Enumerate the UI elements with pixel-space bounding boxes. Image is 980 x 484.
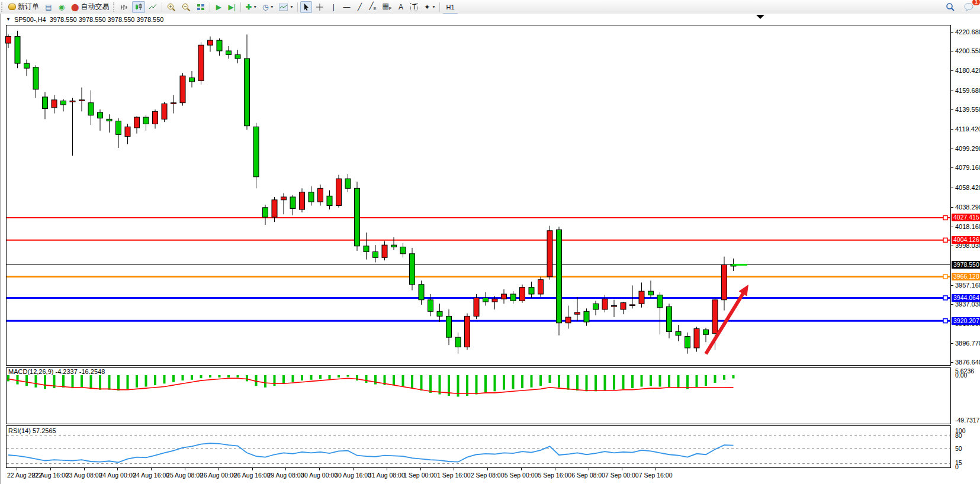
- price-tick-label: 4038.290: [955, 204, 980, 211]
- price-tick-mark: [951, 167, 953, 168]
- time-axis-label: 29 Aug 08:00: [267, 472, 304, 479]
- time-tick-mark: [84, 468, 85, 470]
- channel-tool-button[interactable]: ╱E: [367, 1, 378, 13]
- price-tick-mark: [951, 227, 953, 227]
- trendline-icon: ╱: [358, 4, 362, 11]
- tile-windows-icon: [197, 4, 205, 11]
- chat-bubble-icon: [964, 3, 973, 11]
- price-tick-mark: [951, 304, 953, 305]
- price-tick-label: 4099.290: [955, 145, 980, 152]
- time-axis-label: 2 Sep 08:00: [471, 472, 505, 479]
- rsi-scale-label: 0: [955, 463, 959, 470]
- time-axis-label: 31 Aug 08:00: [368, 472, 405, 479]
- time-axis-label: 23 Aug 08:00: [66, 472, 102, 479]
- time-tick-mark: [319, 468, 320, 470]
- zoom-in-button[interactable]: [165, 1, 178, 13]
- text-icon: A: [399, 4, 403, 11]
- time-tick-mark: [589, 468, 589, 470]
- price-tick-label: 3937.030: [955, 301, 980, 308]
- price-tick-label: 4220.680: [955, 28, 980, 36]
- new-order-button[interactable]: 新订单: [6, 1, 41, 13]
- zoom-out-button[interactable]: [179, 1, 193, 13]
- time-axis-label: 1 Sep 00:00: [403, 472, 437, 479]
- time-tick-mark: [521, 468, 522, 470]
- price-tick-label: 4200.550: [955, 47, 980, 54]
- main-price-pane[interactable]: [6, 25, 951, 366]
- toolbar-separator: [297, 2, 298, 12]
- price-tick-mark: [951, 109, 953, 110]
- price-tick-label: 3896.770: [955, 340, 980, 347]
- templates-button[interactable]: ▾: [277, 1, 295, 13]
- line-chart-type-button[interactable]: [146, 1, 159, 13]
- crosshair-icon: [316, 3, 324, 11]
- autotrade-button[interactable]: ⬤ 自动交易: [69, 1, 111, 13]
- chevron-down-icon[interactable]: ▼: [6, 17, 11, 22]
- candlestick-type-button[interactable]: [132, 1, 145, 13]
- price-tag-3944.064: 3944.064: [952, 294, 980, 302]
- time-axis-label: 30 Aug 00:00: [301, 472, 338, 479]
- bar-chart-icon: [120, 4, 128, 11]
- market-news-button[interactable]: ◉: [56, 1, 68, 13]
- time-axis-label: 5 Sep 16:00: [538, 472, 571, 479]
- cursor-tool-button[interactable]: [300, 1, 312, 13]
- crosshair-tool-button[interactable]: [313, 1, 326, 13]
- price-tag-3966.128: 3966.128: [952, 273, 980, 280]
- time-axis-label: 7 Sep 16:00: [639, 472, 673, 479]
- price-tick-label: 3876.640: [955, 359, 980, 366]
- time-tick-mark: [185, 468, 185, 470]
- price-tick-mark: [951, 188, 953, 188]
- macd-scale-label: 0.00: [955, 372, 967, 379]
- time-tick-mark: [285, 468, 286, 470]
- toolbar-grip: [113, 2, 116, 12]
- horizontal-line-tool-button[interactable]: —: [340, 1, 352, 13]
- chevron-down-icon: ▾: [432, 4, 435, 9]
- chart-symbol-title: SP500-,H4: [14, 16, 46, 23]
- search-button[interactable]: [943, 1, 957, 13]
- price-tick-label: 4159.680: [955, 87, 980, 94]
- text-label-tool-button[interactable]: T: [408, 1, 420, 13]
- shapes-tool-button[interactable]: ✦▾: [422, 1, 437, 13]
- time-axis-label: 7 Sep 00:00: [605, 472, 639, 479]
- toolbar-grip: [1, 2, 4, 12]
- price-tick-label: 4018.160: [955, 223, 980, 230]
- timeframe-button-h1[interactable]: H1: [442, 1, 458, 13]
- chevron-down-icon: ▾: [290, 4, 293, 9]
- price-tag-4027.415: 4027.415: [952, 214, 980, 221]
- bar-chart-type-button[interactable]: [118, 1, 131, 13]
- fibonacci-tool-button[interactable]: ▦F: [380, 1, 394, 13]
- add-indicator-button[interactable]: ✚▾: [243, 1, 259, 13]
- price-tick-mark: [951, 149, 953, 149]
- macd-pane[interactable]: [6, 367, 951, 424]
- chat-unread-badge: 1: [972, 0, 980, 5]
- time-tick-mark: [420, 468, 421, 470]
- scroll-end-marker: [756, 15, 764, 19]
- price-axis[interactable]: 4220.6804200.5504180.4204159.6804139.550…: [951, 14, 980, 484]
- depth-of-market-button[interactable]: ▤: [43, 1, 54, 13]
- rsi-pane[interactable]: [6, 425, 951, 468]
- price-tag-3978.550: 3978.550: [952, 261, 980, 269]
- tile-windows-button[interactable]: [194, 1, 207, 13]
- chart-title-row[interactable]: ▼ SP500-,H4 3978.550 3978.550 3978.550 3…: [6, 15, 163, 24]
- auto-scroll-button[interactable]: ▶: [213, 1, 224, 13]
- chart-shift-button[interactable]: ▶|: [226, 1, 237, 13]
- time-tick-mark: [387, 468, 387, 470]
- text-tool-button[interactable]: A: [395, 1, 407, 13]
- price-tick-label: 4119.420: [955, 125, 980, 133]
- time-tick-mark: [17, 468, 17, 470]
- chevron-down-icon: ▾: [254, 4, 256, 9]
- chart-ohlc-values: 3978.550 3978.550 3978.550 3978.550: [50, 16, 164, 23]
- price-tick-label: 4058.420: [955, 184, 980, 191]
- time-tick-mark: [219, 468, 219, 470]
- periods-button[interactable]: ◷▾: [260, 1, 276, 13]
- time-axis[interactable]: 22 Aug 202222 Aug 16:0023 Aug 08:0024 Au…: [6, 468, 951, 483]
- horizontal-line-icon: —: [343, 4, 350, 11]
- vertical-line-icon: |: [333, 4, 335, 11]
- arrows-shapes-icon: ✦: [424, 4, 430, 11]
- vertical-line-tool-button[interactable]: |: [327, 1, 339, 13]
- time-axis-label: 22 Aug 16:00: [32, 472, 69, 479]
- add-indicator-icon: ✚: [246, 4, 252, 11]
- depth-of-market-icon: ▤: [45, 4, 52, 11]
- chart-window: ▼ SP500-,H4 3978.550 3978.550 3978.550 3…: [0, 14, 980, 484]
- trendline-tool-button[interactable]: ╱: [354, 1, 365, 13]
- price-tick-mark: [951, 343, 953, 344]
